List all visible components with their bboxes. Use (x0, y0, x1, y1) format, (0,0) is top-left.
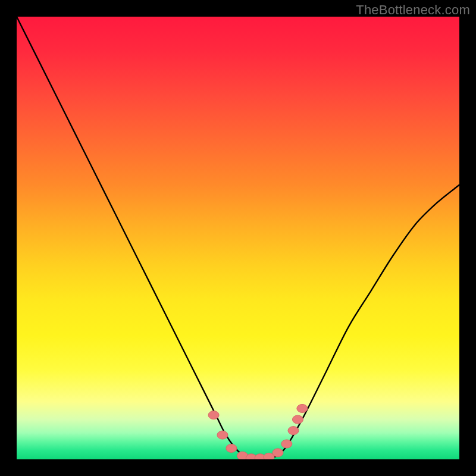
curve-marker (281, 440, 292, 448)
watermark-text: TheBottleneck.com (356, 2, 470, 18)
chart-frame: TheBottleneck.com (0, 0, 476, 476)
curve-marker (217, 431, 228, 439)
curve-marker (226, 444, 237, 452)
curve-marker (208, 411, 219, 419)
curve-marker (292, 415, 303, 424)
curve-marker (273, 449, 283, 457)
plot-area (17, 17, 459, 459)
curve-layer (17, 17, 459, 459)
curve-markers (208, 404, 308, 459)
curve-marker (297, 404, 308, 412)
bottleneck-curve (17, 17, 459, 459)
curve-marker (288, 427, 299, 435)
